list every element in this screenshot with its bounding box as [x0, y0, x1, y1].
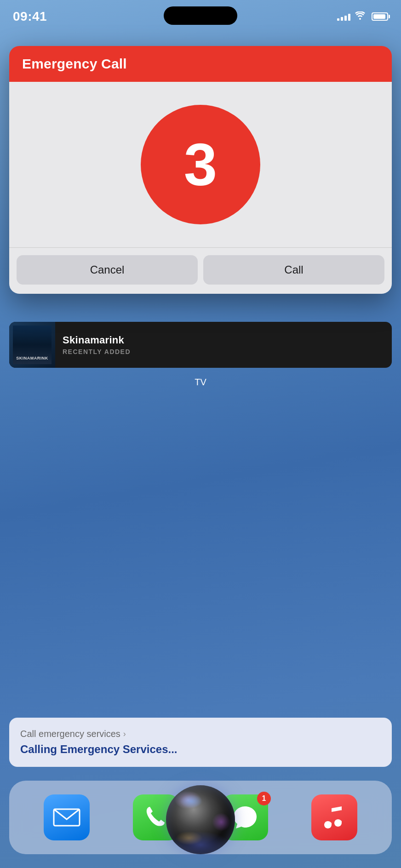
svg-rect-0	[53, 807, 80, 828]
messages-badge: 1	[257, 792, 271, 805]
chevron-icon: ›	[123, 729, 126, 739]
emergency-body: 3	[9, 82, 392, 247]
status-icons	[337, 11, 388, 22]
phone-icon	[143, 805, 168, 830]
status-time: 09:41	[13, 9, 47, 24]
tv-thumbnail-label: SKINAMARINK	[16, 356, 48, 360]
call-button[interactable]: Call	[203, 255, 384, 285]
countdown-circle: 3	[141, 105, 260, 224]
tv-subtitle: RECENTLY ADDED	[63, 348, 384, 355]
wifi-icon	[355, 11, 365, 22]
emergency-header: Emergency Call	[9, 46, 392, 82]
tv-card[interactable]: SKINAMARINK Skinamarink RECENTLY ADDED	[9, 322, 392, 368]
cancel-button[interactable]: Cancel	[17, 255, 198, 285]
emergency-link-text: Call emergency services	[20, 729, 120, 739]
signal-icon	[337, 12, 350, 21]
emergency-banner-link[interactable]: Call emergency services ›	[20, 729, 381, 739]
tv-info: Skinamarink RECENTLY ADDED	[55, 322, 392, 368]
emergency-dialog: Emergency Call 3 Cancel Call	[9, 46, 392, 294]
dynamic-island	[164, 6, 237, 25]
siri-orb[interactable]	[166, 785, 235, 854]
emergency-banner[interactable]: Call emergency services › Calling Emerge…	[9, 718, 392, 767]
emergency-calling-text: Calling Emergency Services...	[20, 743, 381, 756]
mail-app-icon[interactable]	[44, 794, 90, 840]
emergency-title: Emergency Call	[22, 56, 127, 71]
countdown-number: 3	[184, 135, 217, 194]
battery-icon	[372, 12, 388, 21]
music-icon	[323, 804, 345, 831]
emergency-footer: Cancel Call	[9, 247, 392, 294]
music-app-icon[interactable]	[311, 794, 357, 840]
messages-icon	[231, 804, 259, 831]
mail-icon	[53, 807, 80, 828]
tv-title: Skinamarink	[63, 334, 384, 346]
tv-thumbnail: SKINAMARINK	[9, 322, 55, 368]
tv-app-label: TV	[195, 377, 206, 388]
